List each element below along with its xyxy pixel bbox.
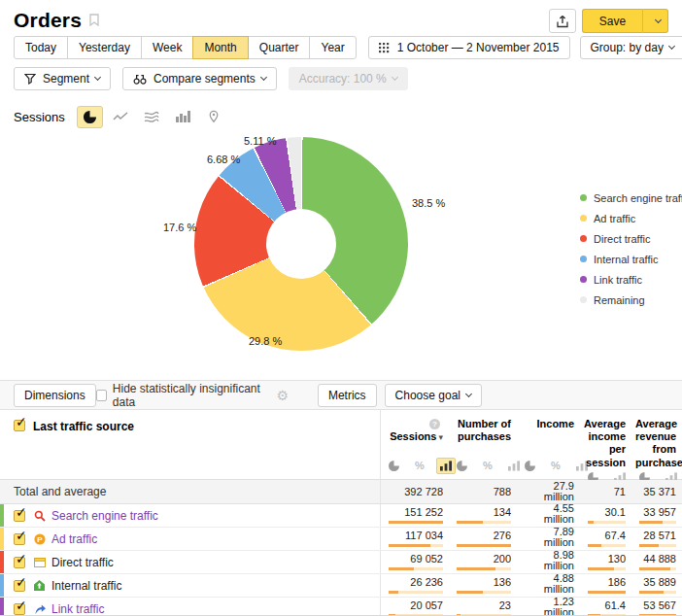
chart-type-map-button[interactable] <box>201 106 227 128</box>
legend-label: Direct traffic <box>594 233 650 245</box>
table-controls-bar: Dimensions Hide statistically insignific… <box>0 380 682 410</box>
metric-value: 67.4 <box>588 530 626 541</box>
chevron-down-icon <box>392 74 398 81</box>
column-sort-button[interactable]: Average income per session <box>584 418 626 469</box>
metric-bar <box>588 521 626 524</box>
hide-insignificant-label[interactable]: Hide statistically insignificant data <box>113 382 271 409</box>
legend-dot <box>580 235 587 242</box>
metric-value: 30.1 <box>588 507 626 518</box>
ad-traffic-icon: P <box>33 533 46 545</box>
tab-year[interactable]: Year <box>309 36 356 59</box>
metric-value: 186 <box>588 577 626 588</box>
legend-dot <box>580 296 587 303</box>
percent-toggle-icon[interactable]: % <box>547 457 564 474</box>
export-button[interactable] <box>549 9 576 33</box>
row-checkbox[interactable] <box>14 510 25 522</box>
row-checkbox[interactable] <box>14 603 25 615</box>
row-label-link[interactable]: Direct traffic <box>51 556 114 569</box>
tab-month[interactable]: Month <box>192 36 248 59</box>
tab-quarter[interactable]: Quarter <box>248 36 311 59</box>
filter-funnel-icon <box>24 73 36 85</box>
metric-cell: 8.98 million <box>517 551 580 573</box>
metric-value: 35 371 <box>639 487 676 497</box>
row-label-link[interactable]: Internal traffic <box>51 579 121 593</box>
metric-value: 4.55 million <box>525 503 574 525</box>
tab-today[interactable]: Today <box>14 36 68 59</box>
pie-toggle-icon[interactable] <box>521 458 539 474</box>
row-checkbox[interactable] <box>14 557 25 568</box>
metric-cell: 35 889 <box>631 574 682 597</box>
column-sort-button[interactable]: Income <box>521 418 574 430</box>
legend-item[interactable]: Direct traffic <box>580 228 682 249</box>
column-sort-button[interactable]: Average revenue from purchase <box>635 418 676 469</box>
metric-bar <box>389 521 443 524</box>
percent-toggle-icon[interactable]: % <box>411 457 428 474</box>
metric-bar <box>457 544 511 547</box>
metric-value: 53 567 <box>639 600 676 611</box>
percent-toggle-icon[interactable]: % <box>479 457 496 474</box>
dimensions-button[interactable]: Dimensions <box>14 384 96 407</box>
legend-item[interactable]: Link traffic <box>580 269 682 290</box>
legend-item[interactable]: Internal traffic <box>580 249 682 269</box>
segment-dropdown[interactable]: Segment <box>14 67 111 90</box>
compare-segments-dropdown[interactable]: Compare segments <box>122 67 277 90</box>
help-icon[interactable]: ? <box>429 419 440 429</box>
column-sort-button[interactable]: ?Sessions▾ <box>385 418 443 443</box>
metric-value: 71 <box>588 487 626 497</box>
tab-week[interactable]: Week <box>141 36 193 59</box>
chart-type-line-button[interactable] <box>108 106 134 128</box>
gear-icon[interactable]: ⚙ <box>276 388 289 403</box>
save-dropdown-button[interactable] <box>642 9 668 33</box>
row-color-stripe <box>0 528 4 550</box>
choose-goal-dropdown[interactable]: Choose goal <box>385 384 482 407</box>
metric-cell: 35 371 <box>631 480 682 503</box>
row-checkbox[interactable] <box>14 533 25 545</box>
row-label-link[interactable]: Link traffic <box>51 602 104 616</box>
pie-chart-icon <box>83 110 97 124</box>
tab-yesterday[interactable]: Yesterday <box>67 36 142 59</box>
select-all-checkbox[interactable] <box>14 420 25 431</box>
report-table: Last traffic source ?Sessions▾ % Number … <box>0 410 682 616</box>
column-display-toggles: % <box>385 457 443 474</box>
metric-bar <box>588 567 626 570</box>
row-metrics: 26 236 136 4.88 million 186 35 889 <box>380 574 682 597</box>
bookmark-icon[interactable] <box>89 14 99 26</box>
table-row: Link traffic 20 057 23 1.23 million 61.4… <box>0 598 682 616</box>
chart-type-columns-button[interactable] <box>170 106 196 128</box>
metric-cell: 33 957 <box>631 504 682 527</box>
metric-cell: 71 <box>580 480 631 503</box>
pie-slice-label: 6.68 % <box>207 154 240 165</box>
row-metrics: 20 057 23 1.23 million 61.4 53 567 <box>380 598 682 616</box>
metrics-button[interactable]: Metrics <box>318 384 377 407</box>
dimension-header-label[interactable]: Last traffic source <box>33 420 134 433</box>
pie-toggle-icon[interactable] <box>385 458 403 474</box>
metric-bar <box>639 567 676 570</box>
save-button[interactable]: Save <box>582 9 642 33</box>
metric-value: 7.89 million <box>525 527 574 548</box>
chevron-down-icon <box>260 74 267 81</box>
row-label-link[interactable]: Search engine traffic <box>51 509 158 523</box>
page-title: Orders <box>14 9 82 32</box>
legend-item[interactable]: Remaining <box>580 290 682 310</box>
row-label-link[interactable]: Ad traffic <box>51 532 97 546</box>
group-by-dropdown[interactable]: Group: by day <box>580 36 682 59</box>
legend-item[interactable]: Search engine traffic <box>580 188 682 208</box>
row-color-stripe <box>0 598 4 616</box>
legend-item[interactable]: Ad traffic <box>580 208 682 228</box>
hide-insignificant-checkbox[interactable] <box>96 390 107 401</box>
metric-cell: 28 571 <box>631 528 682 550</box>
chart-type-pie-button[interactable] <box>77 106 103 128</box>
pie-chart[interactable] <box>194 137 408 351</box>
chart-type-stacked-button[interactable] <box>139 106 165 128</box>
legend-label: Ad traffic <box>594 213 635 224</box>
metric-value: 4.88 million <box>525 573 574 595</box>
chart-metric-label: Sessions <box>14 110 65 124</box>
column-sort-button[interactable]: Number of purchases <box>453 418 511 443</box>
metric-value: 151 252 <box>389 507 443 518</box>
metric-bar <box>389 544 443 547</box>
pie-toggle-icon[interactable] <box>453 458 471 474</box>
date-range-button[interactable]: 1 October — 2 November 2015 <box>368 36 570 59</box>
page-header: Orders Save <box>0 0 682 33</box>
row-checkbox[interactable] <box>14 580 25 592</box>
metric-cell: 61.4 <box>580 598 631 616</box>
